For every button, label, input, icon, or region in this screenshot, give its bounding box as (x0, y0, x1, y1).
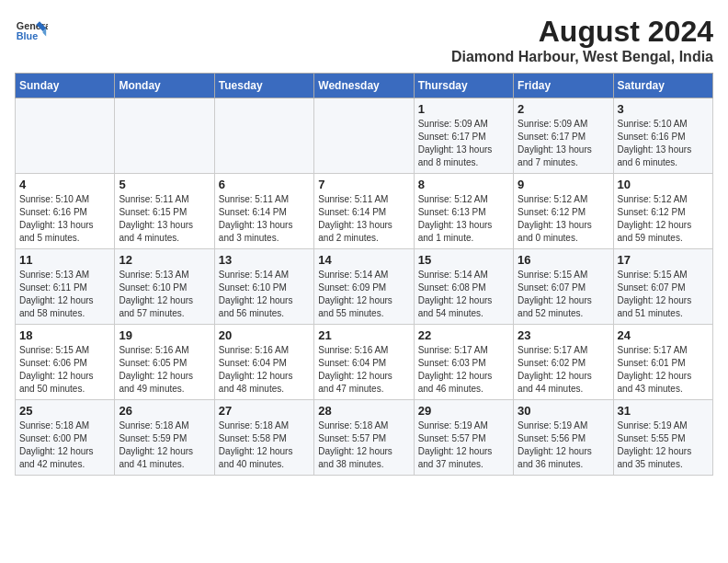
day-number: 19 (119, 328, 210, 342)
calendar-cell: 2Sunrise: 5:09 AM Sunset: 6:17 PM Daylig… (514, 98, 613, 174)
week-row-3: 11Sunrise: 5:13 AM Sunset: 6:11 PM Dayli… (16, 249, 713, 325)
calendar-cell: 14Sunrise: 5:14 AM Sunset: 6:09 PM Dayli… (314, 249, 414, 325)
weekday-header-friday: Friday (514, 74, 613, 98)
day-number: 26 (119, 404, 210, 418)
day-number: 1 (418, 102, 509, 116)
day-number: 2 (518, 102, 609, 116)
day-number: 30 (518, 404, 609, 418)
day-info: Sunrise: 5:14 AM Sunset: 6:08 PM Dayligh… (418, 269, 509, 320)
header: General Blue August 2024 Diamond Harbour… (15, 15, 713, 65)
day-info: Sunrise: 5:16 AM Sunset: 6:04 PM Dayligh… (219, 344, 310, 396)
calendar-cell: 23Sunrise: 5:17 AM Sunset: 6:02 PM Dayli… (514, 325, 613, 400)
day-number: 8 (418, 178, 509, 191)
logo: General Blue (15, 15, 48, 48)
weekday-header-monday: Monday (115, 74, 214, 98)
day-info: Sunrise: 5:18 AM Sunset: 5:57 PM Dayligh… (318, 419, 409, 471)
calendar-cell: 30Sunrise: 5:19 AM Sunset: 5:56 PM Dayli… (514, 400, 613, 476)
calendar-cell: 20Sunrise: 5:16 AM Sunset: 6:04 PM Dayli… (214, 325, 313, 400)
day-number: 24 (618, 328, 709, 342)
day-number: 10 (618, 178, 709, 191)
week-row-2: 4Sunrise: 5:10 AM Sunset: 6:16 PM Daylig… (16, 174, 713, 249)
day-number: 14 (318, 253, 409, 267)
week-row-5: 25Sunrise: 5:18 AM Sunset: 6:00 PM Dayli… (16, 400, 713, 476)
day-info: Sunrise: 5:17 AM Sunset: 6:01 PM Dayligh… (618, 344, 709, 396)
day-info: Sunrise: 5:11 AM Sunset: 6:15 PM Dayligh… (119, 193, 210, 245)
calendar-cell: 11Sunrise: 5:13 AM Sunset: 6:11 PM Dayli… (16, 249, 115, 325)
calendar-cell: 10Sunrise: 5:12 AM Sunset: 6:12 PM Dayli… (613, 174, 712, 249)
main-title: August 2024 (451, 15, 713, 49)
day-number: 4 (19, 178, 110, 191)
calendar-cell: 1Sunrise: 5:09 AM Sunset: 6:17 PM Daylig… (414, 98, 513, 174)
day-number: 31 (618, 404, 709, 418)
calendar-cell (16, 98, 115, 174)
day-number: 12 (119, 253, 210, 267)
weekday-header-wednesday: Wednesday (314, 74, 414, 98)
subtitle: Diamond Harbour, West Bengal, India (451, 49, 713, 65)
day-number: 16 (518, 253, 609, 267)
calendar-cell: 31Sunrise: 5:19 AM Sunset: 5:55 PM Dayli… (613, 400, 712, 476)
calendar-cell: 12Sunrise: 5:13 AM Sunset: 6:10 PM Dayli… (115, 249, 214, 325)
day-info: Sunrise: 5:18 AM Sunset: 5:58 PM Dayligh… (219, 419, 310, 471)
calendar-cell: 28Sunrise: 5:18 AM Sunset: 5:57 PM Dayli… (314, 400, 414, 476)
calendar-cell: 8Sunrise: 5:12 AM Sunset: 6:13 PM Daylig… (414, 174, 513, 249)
day-number: 22 (418, 328, 509, 342)
calendar-cell: 4Sunrise: 5:10 AM Sunset: 6:16 PM Daylig… (16, 174, 115, 249)
day-number: 27 (219, 404, 310, 418)
svg-text:Blue: Blue (17, 30, 38, 41)
calendar-cell: 9Sunrise: 5:12 AM Sunset: 6:12 PM Daylig… (514, 174, 613, 249)
calendar-cell: 16Sunrise: 5:15 AM Sunset: 6:07 PM Dayli… (514, 249, 613, 325)
week-row-1: 1Sunrise: 5:09 AM Sunset: 6:17 PM Daylig… (16, 98, 713, 174)
day-number: 28 (318, 404, 409, 418)
day-info: Sunrise: 5:19 AM Sunset: 5:55 PM Dayligh… (618, 419, 709, 471)
day-number: 29 (418, 404, 509, 418)
title-area: August 2024 Diamond Harbour, West Bengal… (451, 15, 713, 65)
calendar-cell: 7Sunrise: 5:11 AM Sunset: 6:14 PM Daylig… (314, 174, 414, 249)
calendar-cell (115, 98, 214, 174)
weekday-header-sunday: Sunday (16, 74, 115, 98)
calendar-cell: 27Sunrise: 5:18 AM Sunset: 5:58 PM Dayli… (214, 400, 313, 476)
day-number: 21 (318, 328, 409, 342)
day-number: 7 (318, 178, 409, 191)
weekday-header-thursday: Thursday (414, 74, 513, 98)
day-number: 13 (219, 253, 310, 267)
calendar-cell: 5Sunrise: 5:11 AM Sunset: 6:15 PM Daylig… (115, 174, 214, 249)
calendar-cell: 26Sunrise: 5:18 AM Sunset: 5:59 PM Dayli… (115, 400, 214, 476)
day-number: 20 (219, 328, 310, 342)
calendar-cell: 3Sunrise: 5:10 AM Sunset: 6:16 PM Daylig… (613, 98, 712, 174)
day-number: 3 (618, 102, 709, 116)
calendar-cell: 29Sunrise: 5:19 AM Sunset: 5:57 PM Dayli… (414, 400, 513, 476)
day-info: Sunrise: 5:15 AM Sunset: 6:07 PM Dayligh… (618, 269, 709, 320)
day-number: 11 (19, 253, 110, 267)
calendar-cell (214, 98, 313, 174)
day-info: Sunrise: 5:09 AM Sunset: 6:17 PM Dayligh… (418, 118, 509, 169)
weekday-header-row: SundayMondayTuesdayWednesdayThursdayFrid… (16, 74, 713, 98)
day-info: Sunrise: 5:09 AM Sunset: 6:17 PM Dayligh… (518, 118, 609, 169)
weekday-header-tuesday: Tuesday (214, 74, 313, 98)
day-info: Sunrise: 5:10 AM Sunset: 6:16 PM Dayligh… (19, 193, 110, 245)
day-number: 25 (19, 404, 110, 418)
day-info: Sunrise: 5:16 AM Sunset: 6:04 PM Dayligh… (318, 344, 409, 396)
day-number: 17 (618, 253, 709, 267)
calendar-cell: 22Sunrise: 5:17 AM Sunset: 6:03 PM Dayli… (414, 325, 513, 400)
day-number: 23 (518, 328, 609, 342)
calendar-cell: 6Sunrise: 5:11 AM Sunset: 6:14 PM Daylig… (214, 174, 313, 249)
day-info: Sunrise: 5:11 AM Sunset: 6:14 PM Dayligh… (318, 193, 409, 245)
weekday-header-saturday: Saturday (613, 74, 712, 98)
day-info: Sunrise: 5:14 AM Sunset: 6:10 PM Dayligh… (219, 269, 310, 320)
calendar-cell: 24Sunrise: 5:17 AM Sunset: 6:01 PM Dayli… (613, 325, 712, 400)
day-info: Sunrise: 5:13 AM Sunset: 6:11 PM Dayligh… (19, 269, 110, 320)
logo-icon: General Blue (15, 15, 48, 48)
calendar-cell: 21Sunrise: 5:16 AM Sunset: 6:04 PM Dayli… (314, 325, 414, 400)
day-info: Sunrise: 5:17 AM Sunset: 6:02 PM Dayligh… (518, 344, 609, 396)
day-number: 5 (119, 178, 210, 191)
day-info: Sunrise: 5:12 AM Sunset: 6:12 PM Dayligh… (618, 193, 709, 245)
calendar-cell: 17Sunrise: 5:15 AM Sunset: 6:07 PM Dayli… (613, 249, 712, 325)
day-info: Sunrise: 5:19 AM Sunset: 5:57 PM Dayligh… (418, 419, 509, 471)
calendar-cell: 13Sunrise: 5:14 AM Sunset: 6:10 PM Dayli… (214, 249, 313, 325)
day-info: Sunrise: 5:18 AM Sunset: 6:00 PM Dayligh… (19, 419, 110, 471)
day-number: 6 (219, 178, 310, 191)
calendar-table: SundayMondayTuesdayWednesdayThursdayFrid… (15, 73, 713, 476)
day-number: 18 (19, 328, 110, 342)
day-info: Sunrise: 5:16 AM Sunset: 6:05 PM Dayligh… (119, 344, 210, 396)
day-info: Sunrise: 5:10 AM Sunset: 6:16 PM Dayligh… (618, 118, 709, 169)
